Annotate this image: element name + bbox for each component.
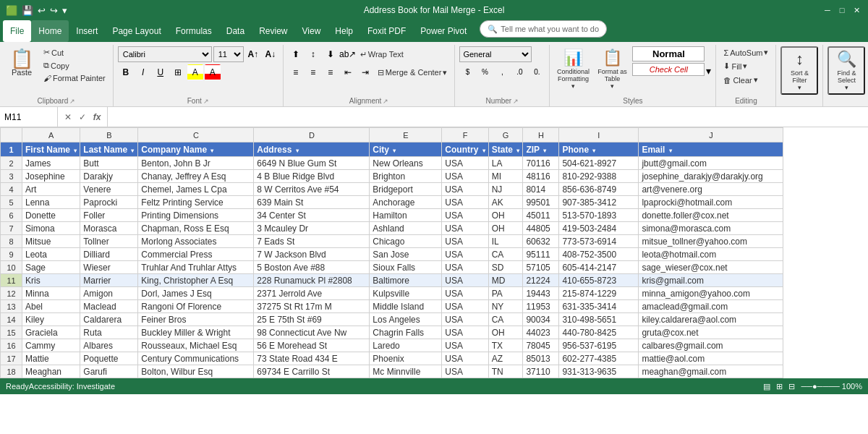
merge-center-button[interactable]: ⊟ Merge & Center ▾ [375,67,451,79]
menu-file[interactable]: File [3,20,31,42]
cell-18-1[interactable]: Meaghan [22,365,80,378]
cell-2-9[interactable]: 504-621-8927 [559,157,639,170]
header-cell-6[interactable]: Country ▾ [442,142,488,157]
header-cell-10[interactable]: Email ▾ [639,142,783,157]
confirm-formula-icon[interactable]: ✓ [77,112,88,122]
page-break-icon[interactable]: ⊟ [788,382,795,391]
cell-5-8[interactable]: 99501 [523,196,559,209]
cell-12-8[interactable]: 19443 [523,287,559,300]
fill-button[interactable]: ⬇ Fill ▾ [720,60,750,72]
cell-5-7[interactable]: AK [488,196,523,209]
cell-11-2[interactable]: Marrier [80,274,138,287]
filter-arrow[interactable]: ▾ [669,148,672,154]
cell-2-1[interactable]: James [22,157,80,170]
cell-15-1[interactable]: Graciela [22,326,80,339]
align-middle-button[interactable]: ↕ [305,46,321,62]
header-cell-2[interactable]: Last Name ▾ [80,142,138,157]
cell-7-6[interactable]: USA [442,222,488,235]
cell-3-8[interactable]: 48116 [523,170,559,183]
cell-11-3[interactable]: King, Christopher A Esq [138,274,254,287]
filter-arrow[interactable]: ▾ [131,148,134,154]
cell-17-3[interactable]: Century Communications [138,352,254,365]
header-cell-8[interactable]: ZIP ▾ [523,142,559,157]
cell-18-2[interactable]: Garufi [80,365,138,378]
spreadsheet[interactable]: A B C D E F G H I J 1First Name ▾Last Na… [0,127,868,378]
cell-2-8[interactable]: 70116 [523,157,559,170]
cell-12-6[interactable]: USA [442,287,488,300]
cell-13-3[interactable]: Rangoni Of Florence [138,300,254,313]
cell-10-3[interactable]: Truhlar And Truhlar Attys [138,261,254,274]
col-header-f[interactable]: F [442,128,488,142]
col-header-g[interactable]: G [488,128,523,142]
paste-button[interactable]: 📋 Paste [4,46,39,80]
cell-4-9[interactable]: 856-636-8749 [559,183,639,196]
cell-2-7[interactable]: LA [488,157,523,170]
orient-text-button[interactable]: ab↗ [340,46,356,62]
cell-17-9[interactable]: 602-277-4385 [559,352,639,365]
align-center-button[interactable]: ≡ [305,64,321,80]
cell-14-2[interactable]: Caldarera [80,313,138,326]
save-icon[interactable]: 💾 [22,5,33,16]
format-as-table-button[interactable]: 📋 Format asTable ▾ [593,46,631,92]
menu-power-pivot[interactable]: Power Pivot [413,20,474,42]
align-bottom-button[interactable]: ⬇ [323,46,339,62]
cell-8-3[interactable]: Morlong Associates [138,235,254,248]
cell-14-4[interactable]: 25 E 75th St #69 [254,313,370,326]
cell-7-10[interactable]: simona@morasca.com [639,222,783,235]
cell-2-4[interactable]: 6649 N Blue Gum St [254,157,370,170]
cell-7-2[interactable]: Morasca [80,222,138,235]
cell-7-4[interactable]: 3 Mcauley Dr [254,222,370,235]
cell-6-1[interactable]: Donette [22,209,80,222]
cell-2-6[interactable]: USA [442,157,488,170]
cell-8-8[interactable]: 60632 [523,235,559,248]
cell-15-5[interactable]: Chagrin Falls [370,326,442,339]
cell-10-7[interactable]: SD [488,261,523,274]
cell-11-10[interactable]: kris@gmail.com [639,274,783,287]
cell-16-3[interactable]: Rousseaux, Michael Esq [138,339,254,352]
cell-12-1[interactable]: Minna [22,287,80,300]
cell-10-2[interactable]: Wieser [80,261,138,274]
filter-arrow[interactable]: ▾ [74,148,77,154]
col-header-h[interactable]: H [523,128,559,142]
cell-4-4[interactable]: 8 W Cerritos Ave #54 [254,183,370,196]
align-right-button[interactable]: ≡ [323,64,339,80]
cell-8-9[interactable]: 773-573-6914 [559,235,639,248]
cell-9-7[interactable]: CA [488,248,523,261]
cell-10-8[interactable]: 57105 [523,261,559,274]
cell-14-7[interactable]: CA [488,313,523,326]
normal-style-box[interactable]: Normal [632,46,705,61]
cell-17-4[interactable]: 73 State Road 434 E [254,352,370,365]
cell-5-9[interactable]: 907-385-3412 [559,196,639,209]
header-cell-4[interactable]: Address ▾ [254,142,370,157]
cell-17-7[interactable]: AZ [488,352,523,365]
cell-6-7[interactable]: OH [488,209,523,222]
cell-17-2[interactable]: Poquette [80,352,138,365]
cell-16-6[interactable]: USA [442,339,488,352]
cell-18-8[interactable]: 37110 [523,365,559,378]
cell-12-5[interactable]: Kulpsville [370,287,442,300]
insert-function-icon[interactable]: fx [91,112,103,122]
filter-arrow[interactable]: ▾ [592,148,595,154]
cell-8-6[interactable]: USA [442,235,488,248]
header-cell-7[interactable]: State ▾ [488,142,523,157]
cell-9-3[interactable]: Commercial Press [138,248,254,261]
number-format-select[interactable]: General [459,46,532,62]
border-button[interactable]: ⊞ [170,64,186,80]
cell-3-1[interactable]: Josephine [22,170,80,183]
cell-10-9[interactable]: 605-414-2147 [559,261,639,274]
alignment-expand-icon[interactable]: ↗ [383,98,388,105]
align-left-button[interactable]: ≡ [288,64,304,80]
cell-5-3[interactable]: Feltz Printing Service [138,196,254,209]
menu-home[interactable]: Home [31,20,69,42]
cell-13-2[interactable]: Maclead [80,300,138,313]
col-header-j[interactable]: J [639,128,783,142]
cell-5-10[interactable]: lpaprocki@hotmail.com [639,196,783,209]
menu-insert[interactable]: Insert [69,20,105,42]
cell-17-6[interactable]: USA [442,352,488,365]
cell-10-4[interactable]: 5 Boston Ave #88 [254,261,370,274]
cell-9-9[interactable]: 408-752-3500 [559,248,639,261]
cell-7-7[interactable]: OH [488,222,523,235]
decrease-font-size-button[interactable]: A↓ [263,46,278,62]
cell-16-7[interactable]: TX [488,339,523,352]
cell-5-2[interactable]: Paprocki [80,196,138,209]
